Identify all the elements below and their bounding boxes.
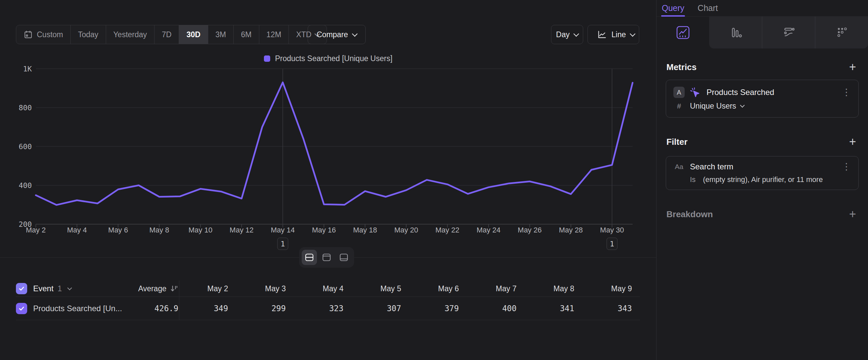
date-range-7d[interactable]: 7D xyxy=(155,25,179,44)
view-tab-bars[interactable] xyxy=(709,17,762,49)
cell-value: 379 xyxy=(409,304,467,313)
row-series-name[interactable]: Products Searched [Un... xyxy=(33,304,122,313)
x-axis-label: May 12 xyxy=(230,226,254,234)
date-range-label: 3M xyxy=(216,30,226,39)
sidebar-tab-bar: Query Chart xyxy=(656,0,868,17)
metric-card[interactable]: A Products Searched ⋮ # Unique Users xyxy=(666,80,859,117)
date-range-label: Custom xyxy=(37,30,63,39)
query-sidebar: Query Chart xyxy=(656,0,868,360)
kebab-menu-icon[interactable]: ⋮ xyxy=(842,88,851,97)
tab-chart[interactable]: Chart xyxy=(698,3,718,13)
aggregation-selector[interactable]: Unique Users xyxy=(690,102,736,111)
y-axis-label: 800 xyxy=(19,104,32,112)
view-tab-insights[interactable] xyxy=(656,17,709,49)
column-header-date[interactable]: May 4 xyxy=(294,284,351,293)
annotation-marker-label: 1 xyxy=(610,240,614,248)
line-chart-icon xyxy=(597,30,607,39)
date-range-label: 30D xyxy=(186,30,200,39)
series-line[interactable] xyxy=(36,82,632,205)
cell-value: 323 xyxy=(294,304,351,313)
cell-value: 400 xyxy=(467,304,525,313)
analytics-app: CustomTodayYesterday7D30D3M6M12MXTD Comp… xyxy=(0,0,868,360)
column-header-date[interactable]: May 5 xyxy=(351,284,409,293)
top-panel-icon xyxy=(321,252,332,262)
column-header-date[interactable]: May 3 xyxy=(236,284,294,293)
cell-value: 349 xyxy=(178,304,236,313)
date-range-custom[interactable]: Custom xyxy=(16,25,71,44)
flows-icon xyxy=(781,25,796,40)
filter-card[interactable]: Aa Search term ⋮ Is (empty string), Air … xyxy=(666,156,859,190)
x-axis-label: May 18 xyxy=(353,226,377,234)
metrics-section-header: Metrics + xyxy=(666,60,856,74)
check-icon xyxy=(18,285,25,292)
date-range-today[interactable]: Today xyxy=(71,25,106,44)
chart-type-label: Line xyxy=(611,30,626,39)
date-range-3m[interactable]: 3M xyxy=(208,25,234,44)
column-header-date[interactable]: May 8 xyxy=(525,284,582,293)
column-header-date[interactable]: May 9 xyxy=(582,284,640,293)
series-letter-badge: A xyxy=(673,87,685,98)
chevron-down-icon xyxy=(573,31,579,36)
column-header-date[interactable]: May 7 xyxy=(467,284,525,293)
layout-chart-only-button[interactable] xyxy=(319,250,334,265)
hash-icon: # xyxy=(673,102,685,111)
add-metric-button[interactable]: + xyxy=(849,61,856,73)
add-breakdown-button[interactable]: + xyxy=(849,208,856,220)
add-filter-button[interactable]: + xyxy=(849,136,856,148)
average-header-label[interactable]: Average xyxy=(138,284,166,293)
filter-title: Filter xyxy=(666,137,688,147)
cursor-sparkle-icon xyxy=(689,87,701,98)
breakdown-section-header: Breakdown + xyxy=(666,207,856,221)
view-tab-more[interactable] xyxy=(815,17,868,49)
chart-type-button[interactable]: Line xyxy=(588,25,639,44)
line-chart[interactable]: 2004006008001KMay 2May 4May 6May 8May 10… xyxy=(0,50,656,252)
column-header-date[interactable]: May 2 xyxy=(178,284,236,293)
filter-operator[interactable]: Is xyxy=(690,175,695,184)
column-header-date[interactable]: May 6 xyxy=(409,284,467,293)
compare-label: Compare xyxy=(317,30,348,39)
view-type-tabs xyxy=(656,17,868,49)
table-row: Products Searched [Un... 426.9 349299323… xyxy=(16,297,640,320)
date-range-label: Today xyxy=(78,30,98,39)
layout-toggle-group xyxy=(299,247,354,268)
view-tab-flows[interactable] xyxy=(762,17,815,49)
date-range-30d[interactable]: 30D xyxy=(179,25,208,44)
filter-value[interactable]: (empty string), Air purifier, or 11 more xyxy=(703,175,823,184)
date-range-yesterday[interactable]: Yesterday xyxy=(106,25,155,44)
date-range-label: 7D xyxy=(162,30,172,39)
select-all-checkbox[interactable] xyxy=(16,283,27,294)
x-axis-label: May 4 xyxy=(67,226,87,234)
layout-table-only-button[interactable] xyxy=(336,250,351,265)
filter-section-header: Filter + xyxy=(666,135,856,148)
x-axis-label: May 2 xyxy=(26,226,46,234)
split-view-icon xyxy=(304,252,314,262)
bar-chart-icon xyxy=(728,25,743,40)
x-axis-label: May 22 xyxy=(435,226,459,234)
metric-name[interactable]: Products Searched xyxy=(707,88,774,97)
date-range-12m[interactable]: 12M xyxy=(259,25,289,44)
date-range-6m[interactable]: 6M xyxy=(234,25,259,44)
x-axis-label: May 10 xyxy=(188,226,212,234)
compare-button[interactable]: Compare xyxy=(308,25,366,44)
date-range-label: 6M xyxy=(241,30,252,39)
insights-icon xyxy=(675,25,691,40)
event-header-label: Event xyxy=(33,284,53,293)
y-axis-label: 400 xyxy=(19,181,32,190)
tab-query[interactable]: Query xyxy=(662,3,684,13)
chevron-down-icon[interactable] xyxy=(67,285,72,290)
cell-value: 307 xyxy=(351,304,409,313)
dots-grid-icon xyxy=(834,25,849,40)
layout-split-button[interactable] xyxy=(302,250,317,265)
date-range-label: 12M xyxy=(267,30,281,39)
granularity-label: Day xyxy=(556,30,569,39)
date-range-segmented-control: CustomTodayYesterday7D30D3M6M12MXTD xyxy=(16,25,327,44)
annotation-marker-label: 1 xyxy=(280,240,285,248)
kebab-menu-icon[interactable]: ⋮ xyxy=(842,162,851,171)
table-header-row: Event 1 Average May 2May 3May 4May 5May … xyxy=(16,281,640,297)
sort-descending-icon[interactable] xyxy=(170,285,178,293)
filter-property-name[interactable]: Search term xyxy=(690,162,734,171)
granularity-button[interactable]: Day xyxy=(551,25,583,44)
x-axis-label: May 28 xyxy=(559,226,583,234)
x-axis-label: May 16 xyxy=(312,226,336,234)
row-checkbox[interactable] xyxy=(16,303,27,314)
